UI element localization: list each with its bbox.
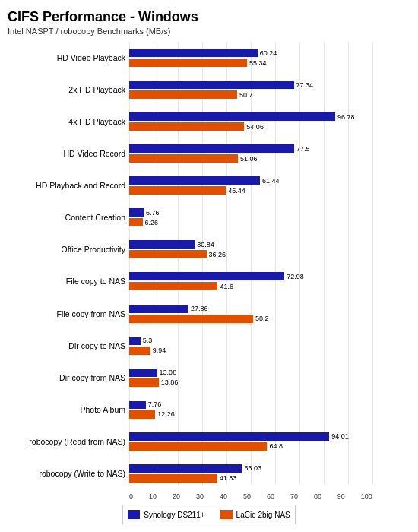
- blue-bar-wrap: 7.76: [129, 400, 372, 409]
- orange-bar: [129, 218, 143, 226]
- bar-group: 72.9841.6: [129, 272, 372, 291]
- x-tick: 90: [337, 492, 345, 500]
- orange-bar: [129, 347, 150, 355]
- legend-item: Synology DS211+: [128, 510, 204, 519]
- chart-row: Office Productivity30.8436.26: [129, 237, 372, 261]
- orange-bar: [129, 250, 207, 258]
- orange-bar-label: 36.26: [209, 251, 226, 258]
- chart-row: File copy to NAS72.9841.6: [129, 269, 372, 293]
- blue-bar-wrap: 96.78: [129, 112, 372, 122]
- blue-bar-wrap: 94.01: [129, 432, 372, 441]
- row-label: Content Creation: [8, 213, 125, 222]
- orange-bar: [129, 282, 217, 290]
- orange-bar: [129, 90, 237, 99]
- orange-bar: [129, 186, 226, 195]
- x-tick: 100: [361, 492, 372, 500]
- orange-bar: [129, 378, 159, 387]
- blue-bar-wrap: 77.34: [129, 81, 372, 90]
- blue-bar-label: 7.76: [148, 401, 162, 408]
- blue-bar: [129, 112, 335, 121]
- blue-bar: [129, 144, 294, 153]
- row-label: Dir copy from NAS: [8, 373, 125, 382]
- row-label: Office Productivity: [8, 245, 125, 254]
- blue-bar-wrap: 72.98: [129, 272, 372, 281]
- orange-bar-label: 12.26: [157, 410, 175, 418]
- blue-bar-label: 60.24: [260, 49, 277, 57]
- orange-bar-wrap: 55.34: [129, 59, 372, 68]
- bar-group: 77.551.06: [129, 144, 372, 163]
- blue-bar-wrap: 6.76: [129, 208, 372, 217]
- chart-subtitle: Intel NASPT / robocopy Benchmarks (MB/s): [8, 27, 410, 36]
- bar-group: 30.8436.26: [129, 240, 372, 259]
- orange-bar-wrap: 6.26: [129, 218, 372, 227]
- bars-section: HD Video Playback60.2455.342x HD Playbac…: [8, 42, 410, 489]
- legend-label: LaCie 2big NAS: [236, 511, 290, 519]
- blue-bar: [129, 464, 242, 473]
- row-label: File copy from NAS: [8, 309, 125, 318]
- chart-row: robocopy (Read from NAS)94.0164.8: [129, 429, 372, 454]
- orange-bar-wrap: 51.06: [129, 154, 372, 163]
- row-label: HD Playback and Record: [8, 181, 125, 190]
- legend-label: Synology DS211+: [144, 511, 204, 519]
- blue-bar: [129, 369, 157, 377]
- orange-bar-wrap: 50.7: [129, 90, 372, 100]
- blue-bar: [129, 432, 329, 441]
- orange-bar-label: 13.86: [161, 378, 179, 386]
- orange-bar-wrap: 9.94: [129, 346, 372, 355]
- bar-group: 61.4445.44: [129, 176, 372, 195]
- x-tick: 10: [149, 492, 157, 500]
- blue-bar-wrap: 13.08: [129, 368, 372, 377]
- orange-bar-label: 45.44: [228, 187, 245, 195]
- chart-row: File copy from NAS27.8658.2: [129, 302, 372, 326]
- row-label: 4x HD Playback: [8, 117, 125, 126]
- orange-bar-wrap: 13.86: [129, 378, 372, 387]
- orange-bar: [129, 442, 267, 451]
- bar-group: 60.2455.34: [129, 49, 372, 68]
- blue-bar-label: 13.08: [160, 369, 177, 376]
- orange-bar-label: 55.34: [249, 59, 267, 67]
- orange-bar-wrap: 54.06: [129, 122, 372, 131]
- orange-bar-label: 41.6: [220, 283, 233, 290]
- orange-bar-label: 58.2: [255, 315, 269, 322]
- orange-bar-label: 6.26: [145, 219, 159, 226]
- x-tick: 80: [314, 492, 321, 500]
- blue-bar: [129, 49, 258, 57]
- legend: Synology DS211+LaCie 2big NAS: [122, 505, 296, 524]
- chart-row: 2x HD Playback77.3450.7: [129, 78, 372, 102]
- blue-bar: [129, 240, 195, 249]
- blue-bar-wrap: 27.86: [129, 304, 372, 313]
- blue-bar: [129, 401, 146, 409]
- blue-bar: [129, 337, 141, 345]
- bar-group: 96.7854.06: [129, 112, 372, 131]
- orange-bar-wrap: 12.26: [129, 410, 372, 419]
- x-tick: 0: [129, 492, 133, 500]
- orange-bar: [129, 315, 253, 323]
- row-label: Photo Album: [8, 405, 125, 414]
- bar-group: 5.39.94: [129, 336, 372, 355]
- chart-row: Content Creation6.766.26: [129, 205, 372, 230]
- blue-bar-label: 77.34: [296, 81, 314, 89]
- bar-group: 7.7612.26: [129, 400, 372, 419]
- x-axis-ticks: 0102030405060708090100: [129, 492, 372, 500]
- orange-bar-label: 51.06: [240, 155, 258, 163]
- bar-group: 13.0813.86: [129, 368, 372, 387]
- row-label: HD Video Record: [8, 149, 125, 158]
- orange-bar: [129, 122, 244, 131]
- chart-container: CIFS Performance - Windows Intel NASPT /…: [0, 0, 418, 532]
- orange-bar-wrap: 45.44: [129, 186, 372, 195]
- chart-title: CIFS Performance - Windows: [8, 9, 410, 25]
- bar-group: 27.8658.2: [129, 304, 372, 323]
- orange-bar-wrap: 41.6: [129, 282, 372, 291]
- bar-group: 6.766.26: [129, 208, 372, 227]
- orange-bar: [129, 410, 155, 419]
- blue-bar-wrap: 5.3: [129, 336, 372, 345]
- chart-row: HD Video Record77.551.06: [129, 141, 372, 166]
- legend-color-box: [220, 510, 233, 519]
- orange-bar-label: 41.33: [220, 474, 237, 482]
- chart-row: Dir copy to NAS5.39.94: [129, 334, 372, 358]
- blue-bar-label: 72.98: [287, 273, 304, 280]
- blue-bar-label: 30.84: [197, 241, 214, 249]
- blue-bar-wrap: 77.5: [129, 144, 372, 154]
- x-tick: 70: [290, 492, 298, 500]
- blue-bar-wrap: 53.03: [129, 464, 372, 473]
